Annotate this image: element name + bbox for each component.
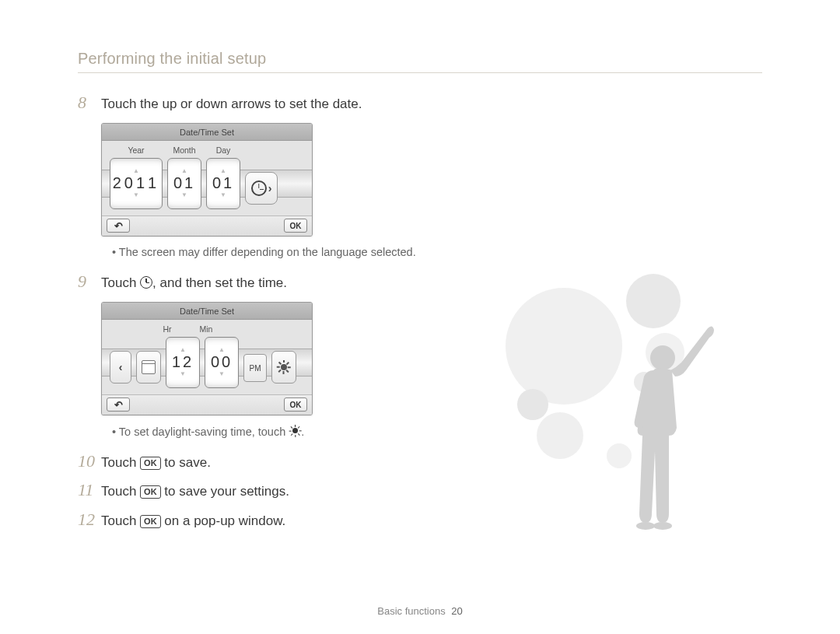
step-number: 11 <box>78 481 101 499</box>
column-labels: Hr Min <box>110 324 304 334</box>
year-value: 2011 <box>113 174 160 192</box>
hour-value: 12 <box>172 353 194 371</box>
hour-spinner[interactable]: ▲ 12 ▼ <box>166 337 200 388</box>
date-time-set-date-screen: Date/Time Set Year Month Day ▲ 2011 ▼ ▲ … <box>101 123 313 236</box>
chevron-left-icon: ‹ <box>119 361 123 373</box>
day-spinner[interactable]: ▲ 01 ▼ <box>206 158 240 209</box>
ok-label-icon: OK <box>140 515 161 528</box>
date-time-set-time-screen: Date/Time Set Hr Min ‹ ▲ 12 ▼ <box>101 302 313 415</box>
page-footer: Basic functions 20 <box>0 605 840 617</box>
svg-point-0 <box>650 345 675 370</box>
sun-icon <box>277 360 291 374</box>
clock-icon <box>140 276 152 289</box>
month-value: 01 <box>173 174 195 192</box>
day-label: Day <box>206 145 240 155</box>
back-icon: ↶ <box>114 221 123 231</box>
ok-label-icon: OK <box>140 485 161 499</box>
screen-title: Date/Time Set <box>102 303 312 320</box>
day-value: 01 <box>212 174 234 192</box>
section-title: Performing the initial setup <box>78 50 770 68</box>
screen-title: Date/Time Set <box>102 124 312 141</box>
chevron-right-icon: › <box>268 182 272 194</box>
step-text: Touch , and then set the time. <box>101 272 287 292</box>
step-text: Touch OK on a pop-up window. <box>101 510 285 531</box>
ok-button[interactable]: OK <box>284 398 307 412</box>
step-text: Touch OK to save. <box>101 452 211 472</box>
divider <box>78 72 762 73</box>
month-spinner[interactable]: ▲ 01 ▼ <box>167 158 201 209</box>
step-9: 9 Touch , and then set the time. <box>78 272 770 292</box>
step-text: Touch the up or down arrows to set the d… <box>101 93 362 114</box>
footer-label: Basic functions <box>377 605 445 617</box>
month-label: Month <box>167 145 201 155</box>
page-number: 20 <box>451 605 462 617</box>
step-12: 12 Touch OK on a pop-up window. <box>78 510 770 531</box>
step-11: 11 Touch OK to save your settings. <box>78 481 770 501</box>
year-label: Year <box>110 145 163 155</box>
year-spinner[interactable]: ▲ 2011 ▼ <box>110 158 163 209</box>
step-text: Touch OK to save your settings. <box>101 481 289 501</box>
back-button[interactable]: ↶ <box>107 398 130 412</box>
decorative-illustration <box>498 280 747 545</box>
dst-button[interactable] <box>271 351 296 384</box>
minute-value: 00 <box>211 353 233 371</box>
note-language: The screen may differ depending on the l… <box>112 246 770 258</box>
min-label: Min <box>189 324 223 334</box>
minute-spinner[interactable]: ▲ 00 ▼ <box>205 337 239 388</box>
note-dst: To set daylight-saving time, touch . <box>112 425 770 438</box>
calendar-icon <box>142 360 156 374</box>
column-labels: Year Month Day <box>110 145 304 155</box>
ok-button[interactable]: OK <box>284 219 307 233</box>
back-icon: ↶ <box>114 400 123 410</box>
step-number: 9 <box>78 272 101 291</box>
step-number: 10 <box>78 452 101 471</box>
step-10: 10 Touch OK to save. <box>78 452 770 472</box>
goto-date-button[interactable]: ‹ <box>110 351 131 384</box>
back-button[interactable]: ↶ <box>107 219 130 233</box>
ampm-toggle[interactable]: PM <box>243 354 267 382</box>
goto-time-button[interactable]: › <box>245 172 278 205</box>
step-8: 8 Touch the up or down arrows to set the… <box>78 93 770 114</box>
step-number: 12 <box>78 510 101 529</box>
hr-label: Hr <box>150 324 184 334</box>
ok-label-icon: OK <box>140 457 161 470</box>
sun-icon <box>289 425 301 437</box>
step-number: 8 <box>78 93 101 112</box>
clock-icon <box>251 180 267 196</box>
calendar-button[interactable] <box>136 351 161 384</box>
